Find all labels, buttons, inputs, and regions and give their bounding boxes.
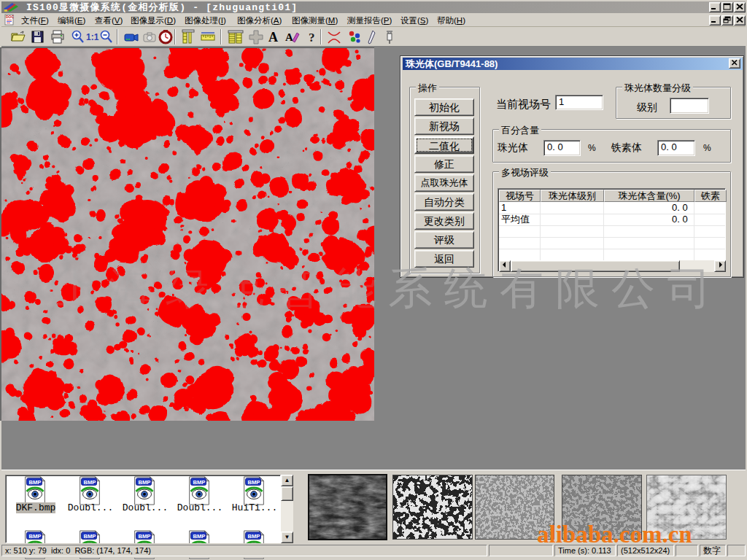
svg-text:BMP: BMP: [138, 479, 150, 486]
svg-text:1:1: 1:1: [86, 32, 99, 42]
svg-text:BMP: BMP: [247, 479, 260, 486]
svg-text:BMP: BMP: [28, 479, 41, 486]
svg-text:DOC: DOC: [6, 15, 15, 19]
svg-text:BMP: BMP: [193, 479, 205, 486]
svg-text:BMP: BMP: [193, 533, 205, 540]
svg-text:A: A: [268, 30, 278, 44]
svg-text:BMP: BMP: [83, 479, 96, 486]
svg-text:BMP: BMP: [247, 533, 260, 540]
svg-text:?: ?: [309, 31, 315, 44]
svg-text:A: A: [285, 31, 293, 43]
svg-text:BMP: BMP: [83, 533, 96, 540]
svg-text:BMP: BMP: [28, 533, 41, 540]
svg-text:BMP: BMP: [138, 533, 150, 540]
